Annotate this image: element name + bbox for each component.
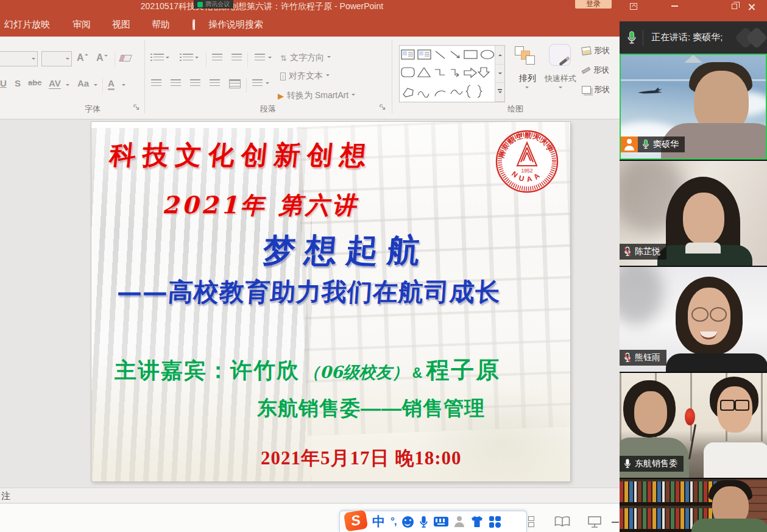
strikethrough-button[interactable]: abc: [28, 78, 41, 87]
participant-tile[interactable]: 陈芷悦: [620, 161, 767, 266]
columns-button[interactable]: [252, 79, 263, 87]
ime-toolbox-button[interactable]: [489, 516, 501, 528]
shapes-more-button[interactable]: [495, 83, 504, 102]
shape-fill-icon: [581, 46, 592, 55]
tell-me-search[interactable]: 操作说明搜索: [208, 19, 263, 30]
shape-fill-button[interactable]: 形状: [582, 45, 610, 56]
increase-indent-button[interactable]: [232, 54, 242, 62]
tab-help[interactable]: 帮助: [152, 19, 170, 30]
font-color-button[interactable]: A: [108, 78, 115, 90]
drawing-group-label: 绘图: [507, 104, 523, 115]
shapes-scroll-up-button[interactable]: [495, 46, 504, 65]
align-text-button[interactable]: ↕ 对齐文本: [280, 71, 330, 82]
shape-glyphs: [400, 46, 495, 102]
ime-account-button[interactable]: [454, 516, 465, 527]
tab-view[interactable]: 视图: [112, 19, 130, 30]
smartart-icon: ▶: [278, 91, 284, 101]
arrange-button[interactable]: 排列: [512, 73, 543, 84]
tab-slideshow[interactable]: 幻灯片放映: [4, 19, 50, 30]
ime-language-mode-button[interactable]: 中: [372, 513, 385, 530]
grow-font-button[interactable]: A: [77, 52, 84, 63]
font-dialog-launcher[interactable]: [133, 104, 140, 111]
window-title: 20210517科技文化创新创想第六讲：许竹欣程子原 - PowerPoint: [104, 1, 420, 12]
paragraph-dialog-launcher[interactable]: [379, 104, 386, 111]
glasses: [719, 400, 750, 410]
shapes-scroll-down-button[interactable]: [495, 65, 504, 83]
slide-series-title: 科技文化创新创想: [108, 138, 375, 173]
text-direction-icon: ⇅: [280, 54, 287, 63]
meeting-app-icon: [197, 2, 203, 7]
ime-voice-button[interactable]: [419, 516, 428, 528]
ime-skin-button[interactable]: [470, 516, 484, 528]
close-button[interactable]: [742, 1, 760, 12]
slide-canvas[interactable]: 科技文化创新创想 2021年 第六讲 梦想起航 ——高校教育助力我们在航司成长 …: [91, 122, 570, 481]
restore-button[interactable]: [725, 1, 743, 12]
ime-emoji-button[interactable]: [402, 516, 414, 528]
participant-tile[interactable]: [620, 479, 767, 532]
convert-smartart-button[interactable]: ▶ 转换为 SmartArt: [278, 90, 355, 101]
tencent-meeting-overlay[interactable]: 腾讯会议: [194, 0, 233, 9]
login-button[interactable]: 登录: [575, 0, 612, 9]
minimize-icon: [671, 5, 678, 7]
font-size-combo[interactable]: [41, 51, 72, 66]
arrange-icon: [514, 46, 542, 71]
slide-headline: 梦想起航: [261, 229, 431, 273]
decrease-indent-button[interactable]: [212, 54, 222, 62]
zoom-out-button[interactable]: [612, 522, 619, 523]
quick-styles-button[interactable]: 快速样式: [542, 73, 579, 84]
underline-button[interactable]: U: [0, 78, 7, 88]
slideshow-view-button[interactable]: [588, 516, 601, 528]
powerpoint-window: 20210517科技文化创新创想第六讲：许竹欣程子原 - PowerPoint …: [0, 0, 767, 532]
distribute-button[interactable]: [229, 79, 241, 88]
participant-name: 熊钰雨: [635, 352, 660, 363]
meeting-panel-header[interactable]: 正在讲话: 窦硕华;: [620, 21, 767, 54]
clear-formatting-button[interactable]: [119, 55, 132, 62]
shape-outline-button[interactable]: 形状: [582, 65, 609, 76]
sogou-logo-icon[interactable]: S: [344, 509, 368, 531]
shapes-gallery[interactable]: [399, 45, 505, 102]
bullets-button[interactable]: [154, 54, 164, 62]
participant-tile[interactable]: 窦硕华: [620, 54, 767, 160]
shape-effects-button[interactable]: 形状: [582, 84, 610, 95]
host-badge-icon: [621, 137, 638, 152]
align-text-icon: ↕: [280, 73, 286, 80]
font-name-combo[interactable]: [0, 51, 38, 66]
shape-outline-icon: [582, 66, 591, 73]
character-spacing-button[interactable]: AV: [49, 78, 61, 89]
align-center-button[interactable]: [171, 79, 181, 87]
restore-icon: [732, 4, 737, 9]
minimize-button[interactable]: [665, 1, 684, 12]
shrink-font-button[interactable]: A: [96, 52, 104, 63]
participant-tile[interactable]: 熊钰雨: [620, 267, 767, 372]
line-spacing-button[interactable]: [255, 54, 265, 62]
slide-guest-line: 主讲嘉宾：许竹欣 （06级校友） & 程子原: [115, 355, 501, 386]
align-left-button[interactable]: [151, 79, 161, 87]
ime-keyboard-button[interactable]: [434, 517, 448, 527]
ime-punctuation-button[interactable]: °,: [391, 516, 397, 528]
meeting-watermark-logo: [735, 26, 767, 51]
tab-review[interactable]: 审阅: [72, 19, 91, 30]
participant-name: 窦硕华: [653, 139, 679, 150]
editing-workspace: 科技文化创新创想 2021年 第六讲 梦想起航 ——高校教育助力我们在航司成长 …: [0, 119, 620, 488]
slide-lecture-number: 2021年 第六讲: [162, 189, 359, 222]
shapes-gallery-scrollbar[interactable]: [495, 46, 504, 102]
text-direction-button[interactable]: ⇅ 文字方向: [280, 52, 331, 63]
justify-button[interactable]: [210, 79, 220, 87]
notes-label: 注: [1, 491, 10, 502]
align-right-button[interactable]: [190, 79, 200, 87]
slide-department-line: 东航销售委——销售管理: [257, 395, 485, 422]
ribbon-display-options-button[interactable]: [624, 1, 643, 12]
tell-me-bulb-icon: [193, 20, 200, 30]
reading-view-button[interactable]: [554, 516, 570, 527]
panel-collapse-handle[interactable]: [684, 55, 702, 63]
participant-tile[interactable]: 东航销售委: [620, 373, 767, 478]
title-bar: 20210517科技文化创新创想第六讲：许竹欣程子原 - PowerPoint …: [0, 0, 767, 13]
change-case-button[interactable]: Aa: [77, 78, 89, 88]
speaking-mic-icon: [627, 30, 637, 45]
speaking-now-label: 正在讲话: 窦硕华;: [651, 32, 723, 43]
notes-pane-header[interactable]: 注: [0, 488, 620, 503]
sogou-ime-toolbar[interactable]: S 中 °,: [339, 511, 527, 532]
numbering-button[interactable]: [183, 54, 193, 62]
text-shadow-button[interactable]: S: [15, 78, 21, 88]
participant-name: 东航销售委: [635, 458, 677, 469]
